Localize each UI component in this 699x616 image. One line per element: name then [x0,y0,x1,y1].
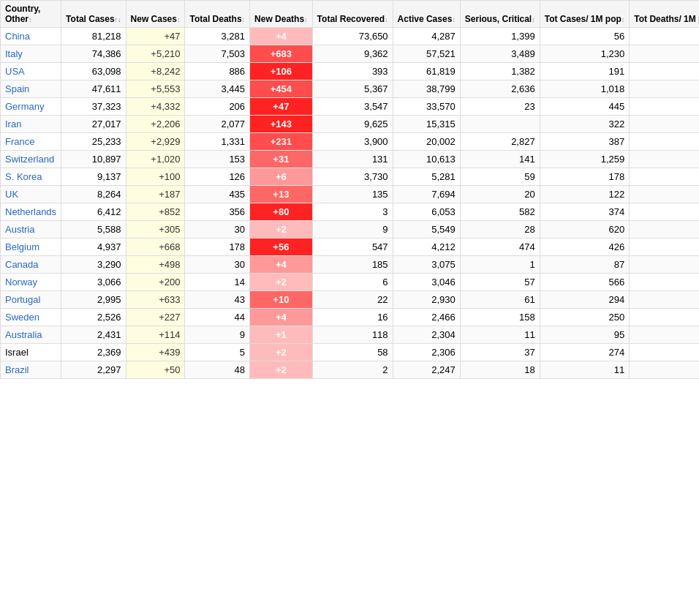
sort-icon-active_cases: ↕ [452,16,456,23]
active-cases-cell: 2,466 [393,309,460,326]
country-link[interactable]: China [5,31,30,42]
tot-deaths-1m-cell: 0.6 [630,344,699,361]
total-deaths-cell: 9 [185,326,250,344]
country-link[interactable]: Italy [5,48,23,59]
serious-critical-cell: 582 [460,203,540,221]
country-cell: Israel [1,344,61,361]
country-cell: Sweden [1,309,61,326]
active-cases-cell: 10,613 [393,151,460,168]
serious-critical-cell: 18 [460,361,540,379]
country-link[interactable]: Switzerland [5,154,54,165]
serious-critical-cell: 141 [460,151,540,168]
serious-critical-cell: 57 [460,274,540,291]
total-recovered-cell: 9,362 [312,45,393,63]
tot-cases-1m-cell: 11 [540,361,630,379]
total-deaths-cell: 126 [185,168,250,186]
sort-icon-total_cases: ↑↓ [115,16,121,23]
country-link[interactable]: Norway [5,277,37,288]
country-link[interactable]: USA [5,66,25,77]
new-deaths-cell: +4 [250,256,313,274]
country-link[interactable]: S. Korea [5,171,42,182]
table-row: Spain47,611+5,5533,445+4545,36738,7992,6… [1,80,700,98]
column-header-tot_deaths_1m[interactable]: Tot Deaths/ 1M pop ↕ [630,1,699,28]
column-header-serious_critical[interactable]: Serious, Critical ↕ [460,1,540,28]
column-header-new_deaths[interactable]: New Deaths ↕ [250,1,313,28]
country-link[interactable]: Spain [5,83,29,94]
total-recovered-cell: 393 [312,63,393,80]
new-cases-cell: +852 [126,203,185,221]
table-row: Iran27,017+2,2062,077+1439,62515,3153222… [1,116,700,133]
total-recovered-cell: 3,730 [312,168,393,186]
country-link[interactable]: Germany [5,101,44,112]
tot-cases-1m-cell: 178 [540,168,630,186]
country-link[interactable]: Austria [5,224,34,235]
country-cell: Canada [1,256,61,274]
country-link[interactable]: UK [5,189,18,200]
table-row: Brazil2,297+5048+222,24718110.2 [1,361,700,379]
column-header-total_cases[interactable]: Total Cases ↑↓ [61,1,126,28]
tot-deaths-1m-cell: 3 [630,274,699,291]
tot-cases-1m-cell: 294 [540,291,630,309]
tot-cases-1m-cell: 56 [540,28,630,45]
country-link[interactable]: Canada [5,259,39,270]
serious-critical-cell: 158 [460,309,540,326]
table-row: Israel2,369+4395+2582,306372740.6 [1,344,700,361]
new-deaths-cell: +47 [250,98,313,116]
country-cell: Switzerland [1,151,61,168]
column-header-active_cases[interactable]: Active Cases ↕ [393,1,460,28]
country-link[interactable]: Brazil [5,364,29,375]
total-recovered-cell: 2 [312,361,393,379]
country-link[interactable]: Sweden [5,312,39,323]
new-deaths-cell: +231 [250,133,313,151]
total-deaths-cell: 435 [185,186,250,203]
total-deaths-cell: 48 [185,361,250,379]
tot-cases-1m-cell: 387 [540,133,630,151]
country-link[interactable]: France [5,136,34,147]
country-cell: Portugal [1,291,61,309]
serious-critical-cell: 61 [460,291,540,309]
total-recovered-cell: 9,625 [312,116,393,133]
new-deaths-cell: +31 [250,151,313,168]
tot-cases-1m-cell: 274 [540,344,630,361]
new-cases-cell: +50 [126,361,185,379]
total-recovered-cell: 22 [312,291,393,309]
covid-data-table: Country,Other ↕Total Cases ↑↓New Cases ↕… [0,0,699,379]
total-recovered-cell: 118 [312,326,393,344]
country-link[interactable]: Australia [5,329,42,340]
active-cases-cell: 3,075 [393,256,460,274]
serious-critical-cell: 1,382 [460,63,540,80]
column-header-tot_cases_1m[interactable]: Tot Cases/ 1M pop ↕ [540,1,630,28]
new-deaths-cell: +6 [250,168,313,186]
tot-deaths-1m-cell: 2 [630,98,699,116]
total-cases-cell: 5,588 [61,221,126,238]
table-row: China81,218+473,281+473,6504,2871,399562 [1,28,700,45]
serious-critical-cell: 28 [460,221,540,238]
total-recovered-cell: 73,650 [312,28,393,45]
new-cases-cell: +668 [126,238,185,256]
active-cases-cell: 2,247 [393,361,460,379]
country-link[interactable]: Belgium [5,241,39,252]
tot-cases-1m-cell: 445 [540,98,630,116]
country-link[interactable]: Portugal [5,294,40,305]
tot-deaths-1m-cell: 0.2 [630,361,699,379]
table-row: S. Korea9,137+100126+63,7305,281591782 [1,168,700,186]
active-cases-cell: 33,570 [393,98,460,116]
total-deaths-cell: 886 [185,63,250,80]
total-cases-cell: 8,264 [61,186,126,203]
total-deaths-cell: 2,077 [185,116,250,133]
tot-deaths-1m-cell: 2 [630,28,699,45]
column-header-country[interactable]: Country,Other ↕ [1,1,61,28]
column-header-total_deaths[interactable]: Total Deaths ↕ [185,1,250,28]
new-deaths-cell: +13 [250,186,313,203]
total-recovered-cell: 3,547 [312,98,393,116]
column-header-new_cases[interactable]: New Cases ↕ [126,1,185,28]
tot-cases-1m-cell: 566 [540,274,630,291]
tot-cases-1m-cell: 191 [540,63,630,80]
serious-critical-cell: 59 [460,168,540,186]
active-cases-cell: 38,799 [393,80,460,98]
new-deaths-cell: +56 [250,238,313,256]
country-link[interactable]: Netherlands [5,206,56,217]
tot-cases-1m-cell: 1,259 [540,151,630,168]
column-header-total_recovered[interactable]: Total Recovered ↕ [312,1,393,28]
country-link[interactable]: Iran [5,119,21,129]
